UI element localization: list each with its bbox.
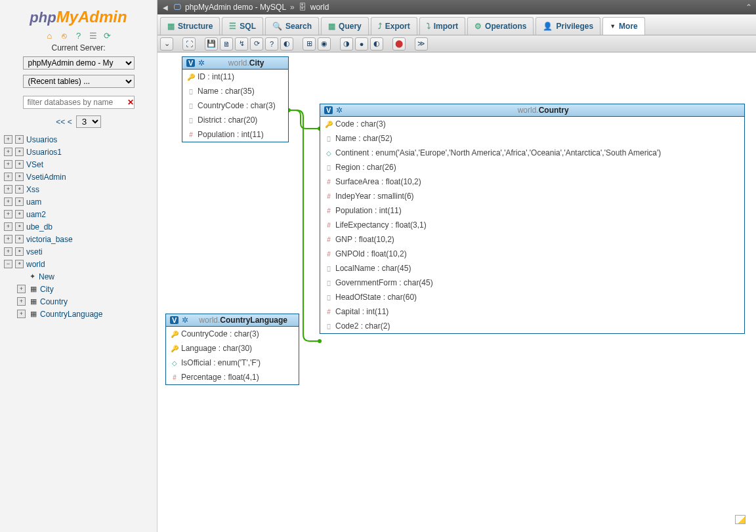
db-item-world[interactable]: −∘world — [4, 258, 153, 270]
toggle-small-icon[interactable]: ◉ — [318, 37, 331, 51]
tab-privileges[interactable]: 👤Privileges — [536, 17, 600, 35]
link-icon[interactable]: ∘ — [15, 148, 24, 156]
tree-child[interactable]: +▦City — [17, 283, 153, 295]
column-row[interactable]: #LifeExpectancy : float(3,1) — [320, 218, 744, 232]
collapse-icon[interactable]: − — [4, 260, 12, 268]
db-item[interactable]: +∘Usuarios1 — [4, 146, 153, 158]
fullscreen-icon[interactable]: ⛶ — [182, 37, 196, 51]
column-row[interactable]: ⌷Code2 : char(2) — [320, 319, 744, 333]
clear-filter-icon[interactable]: ✕ — [127, 98, 134, 107]
tab-search[interactable]: 🔍Search — [265, 17, 319, 35]
tab-sql[interactable]: ☰SQL — [222, 17, 263, 35]
tab-structure[interactable]: ▦Structure — [160, 17, 220, 35]
tab-query[interactable]: ▦Query — [321, 17, 369, 35]
server-select[interactable]: phpMyAdmin demo - My — [23, 56, 135, 70]
angular-icon[interactable]: ◐ — [280, 37, 293, 51]
expand-icon[interactable]: + — [4, 160, 12, 169]
expand-icon[interactable]: + — [4, 185, 12, 194]
link-icon[interactable]: ∘ — [15, 197, 24, 206]
tree-child[interactable]: +▦CountryLanguage — [17, 308, 153, 320]
entity-header[interactable]: V✲world.Country — [320, 104, 744, 117]
expand-icon[interactable]: + — [4, 148, 12, 156]
tree-child[interactable]: ✦New — [17, 270, 153, 283]
breadcrumb-server[interactable]: phpMyAdmin demo - MySQL — [185, 3, 286, 12]
link-icon[interactable]: ∘ — [15, 260, 24, 268]
breadcrumb-caret-icon[interactable]: ◀ — [161, 4, 169, 11]
column-row[interactable]: #GNP : float(10,2) — [320, 232, 744, 247]
collapse-breadcrumb-icon[interactable]: ⌃ — [746, 3, 752, 12]
column-row[interactable]: #SurfaceArea : float(10,2) — [320, 174, 744, 189]
column-row[interactable]: ⌷LocalName : char(45) — [320, 261, 744, 276]
expand-icon[interactable]: + — [4, 173, 12, 181]
column-row[interactable]: #GNPOld : float(10,2) — [320, 247, 744, 261]
expand-icon[interactable]: + — [17, 285, 26, 293]
column-row[interactable]: ⌷Region : char(26) — [320, 160, 744, 174]
move-center-icon[interactable]: ● — [355, 37, 368, 51]
help-designer-icon[interactable]: ? — [265, 37, 278, 51]
tab-export[interactable]: ⤴Export — [371, 17, 417, 35]
column-row[interactable]: ⌷GovernmentForm : char(45) — [320, 276, 744, 290]
recent-tables-select[interactable]: (Recent tables) ... — [23, 75, 135, 88]
entity-header[interactable]: V✲world.CountryLanguage — [166, 314, 299, 327]
gear-icon[interactable]: ✲ — [198, 58, 205, 68]
expand-icon[interactable]: + — [4, 235, 12, 243]
column-row[interactable]: #Percentage : float(4,1) — [166, 370, 299, 384]
link-icon[interactable]: ∘ — [15, 185, 24, 194]
tab-operations[interactable]: ⚙Operations — [467, 17, 534, 35]
column-row[interactable]: #Population : int(11) — [320, 203, 744, 218]
expand-icon[interactable]: + — [4, 197, 12, 206]
relation-icon[interactable]: ↯ — [235, 37, 248, 51]
db-item[interactable]: +∘vseti — [4, 245, 153, 258]
sql-icon[interactable]: ☰ — [88, 30, 98, 41]
column-row[interactable]: ⌷HeadOfState : char(60) — [320, 290, 744, 304]
expand-icon[interactable]: + — [4, 222, 12, 231]
snap-grid-icon[interactable]: ⊞ — [303, 37, 316, 51]
db-item[interactable]: +∘Usuarios — [4, 133, 153, 146]
tree-child[interactable]: +▦Country — [17, 295, 153, 308]
reload-designer-icon[interactable]: ⟳ — [250, 37, 263, 51]
more-tools-icon[interactable]: ≫ — [415, 37, 428, 51]
column-row[interactable]: ⌷CountryCode : char(3) — [182, 98, 288, 113]
expand-icon[interactable]: + — [4, 247, 12, 256]
db-item[interactable]: +∘VsetiAdmin — [4, 171, 153, 183]
move-left-icon[interactable]: ◑ — [340, 37, 353, 51]
link-icon[interactable]: ∘ — [15, 235, 24, 243]
link-icon[interactable]: ∘ — [15, 247, 24, 256]
entity-countrylanguage[interactable]: V✲world.CountryLanguage🔑CountryCode : ch… — [165, 314, 299, 385]
column-row[interactable]: 🔑CountryCode : char(3) — [166, 327, 299, 341]
column-row[interactable]: 🔑Language : char(30) — [166, 341, 299, 356]
entity-country[interactable]: V✲world.Country🔑Code : char(3)⌷Name : ch… — [320, 104, 745, 334]
entity-city[interactable]: V✲world.City🔑ID : int(11)⌷Name : char(35… — [182, 56, 289, 142]
pager-page-select[interactable]: 3 — [76, 115, 101, 128]
column-row[interactable]: 🔑Code : char(3) — [320, 117, 744, 131]
export-pdf-icon[interactable]: ⬤ — [392, 37, 406, 51]
save-icon[interactable]: 💾 — [205, 37, 218, 51]
column-row[interactable]: 🔑ID : int(11) — [182, 70, 288, 84]
tab-more[interactable]: ▼More — [602, 17, 645, 35]
column-row[interactable]: #IndepYear : smallint(6) — [320, 189, 744, 203]
db-item[interactable]: +∘Xss — [4, 183, 153, 195]
db-item[interactable]: +∘ube_db — [4, 220, 153, 233]
column-row[interactable]: ⌷District : char(20) — [182, 113, 288, 127]
link-icon[interactable]: ∘ — [15, 222, 24, 231]
column-row[interactable]: ⌷Name : char(52) — [320, 131, 744, 146]
column-row[interactable]: ◇Continent : enum('Asia','Europe','North… — [320, 146, 744, 160]
db-item[interactable]: +∘VSet — [4, 158, 153, 171]
new-page-icon[interactable]: 🗎 — [220, 37, 233, 51]
link-icon[interactable]: ∘ — [15, 160, 24, 169]
help-icon[interactable]: ? — [74, 30, 84, 41]
logout-icon[interactable]: ⎋ — [59, 30, 70, 41]
breadcrumb-db[interactable]: world — [310, 3, 329, 12]
expand-icon[interactable]: + — [17, 297, 26, 306]
expand-icon[interactable]: + — [4, 135, 12, 144]
expand-icon[interactable]: + — [17, 310, 26, 318]
pager-prev[interactable]: << < — [56, 117, 72, 127]
designer-canvas[interactable]: V✲world.City🔑ID : int(11)⌷Name : char(35… — [158, 52, 756, 532]
entity-header[interactable]: V✲world.City — [182, 57, 288, 70]
column-row[interactable]: ◇IsOfficial : enum('T','F') — [166, 356, 299, 370]
toggle-panel-icon[interactable]: ⌄ — [160, 37, 173, 51]
reload-icon[interactable]: ⟳ — [102, 30, 113, 41]
link-icon[interactable]: ∘ — [15, 135, 24, 144]
db-item[interactable]: +∘uam — [4, 195, 153, 208]
link-icon[interactable]: ∘ — [15, 173, 24, 181]
